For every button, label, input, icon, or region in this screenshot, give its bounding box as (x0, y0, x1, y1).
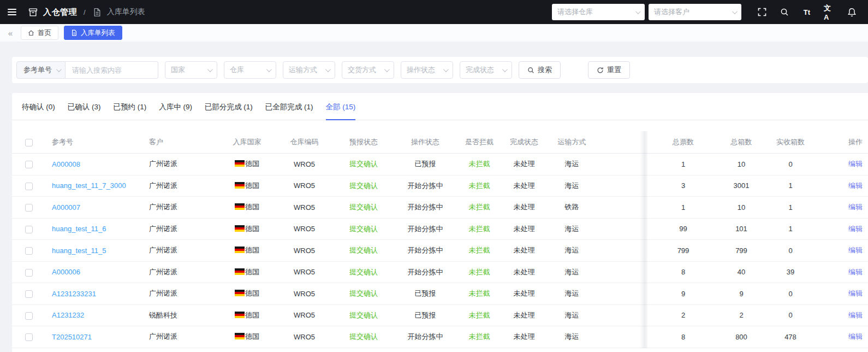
cell-customer: 广州诺派 (142, 181, 218, 191)
cell-operation: 开始分拣中 (394, 245, 456, 255)
cell-check (12, 268, 46, 277)
status-tab-reserved[interactable]: 已预约 (1) (114, 102, 147, 120)
germany-flag-icon (235, 290, 245, 296)
cell-intercept: 未拦截 (456, 202, 502, 212)
row-checkbox[interactable] (25, 247, 33, 255)
status-tab-all[interactable]: 全部 (15) (326, 102, 356, 120)
collapse-tags-icon[interactable]: « (5, 28, 15, 38)
row-checkbox[interactable] (25, 290, 33, 298)
col-header-boxes: 总箱数 (720, 137, 763, 147)
row-checkbox[interactable] (25, 312, 33, 320)
col-header-received: 实收箱数 (763, 137, 818, 147)
order-ref-link[interactable]: A1231233231 (52, 290, 96, 298)
row-checkbox[interactable] (25, 161, 33, 168)
cell-customer: 广州诺派 (142, 332, 218, 342)
col-header-finish: 完成状态 (502, 137, 546, 147)
order-ref-link[interactable]: huang_test_11_7_3000 (52, 181, 126, 190)
cell-transport: 海运 (546, 289, 598, 298)
translate-icon[interactable]: 文A (824, 7, 835, 17)
tag-home[interactable]: 首页 (21, 26, 58, 40)
col-header-ref: 参考号 (46, 137, 142, 147)
filter-select-finish-status[interactable]: 完成状态 (460, 61, 512, 79)
cell-action: 编辑 (818, 332, 868, 342)
cell-customer: 广州诺派 (142, 289, 218, 298)
hamburger-menu-icon[interactable] (8, 9, 16, 15)
edit-link[interactable]: 编辑 (848, 246, 863, 254)
search-button[interactable]: 搜索 (519, 61, 561, 79)
filter-select-operation-status[interactable]: 操作状态 (401, 61, 453, 79)
filter-select-delivery-mode[interactable]: 交货方式 (342, 61, 394, 79)
cell-customer: 广州诺派 (142, 267, 218, 277)
status-tab-fully-finished[interactable]: 已全部完成 (1) (265, 102, 313, 120)
cell-finish: 未处理 (502, 310, 546, 320)
font-size-icon[interactable]: Tt (801, 7, 812, 17)
status-tabs: 待确认 (0)已确认 (3)已预约 (1)入库中 (9)已部分完成 (1)已全部… (12, 93, 868, 120)
edit-link[interactable]: 编辑 (848, 225, 863, 233)
table-row: A000006广州诺派德国WRO5提交确认开始分拣中未拦截未处理海运84039编… (12, 262, 868, 284)
status-text-forecast: 提交确认 (349, 225, 378, 233)
cell-check (12, 311, 46, 320)
cell-intercept: 未拦截 (456, 332, 502, 342)
edit-link[interactable]: 编辑 (848, 181, 863, 190)
search-icon[interactable] (779, 7, 790, 17)
order-ref-link[interactable]: huang_test_11_6 (52, 225, 106, 233)
top-navbar: 入仓管理 / 入库单列表 请选择仓库 请选择客户 Tt 文A (0, 0, 868, 24)
edit-link[interactable]: 编辑 (848, 311, 863, 319)
cell-transport: 海运 (546, 267, 598, 277)
col-header-customer: 客户 (142, 137, 218, 147)
cell-operation: 开始分拣中 (394, 332, 456, 342)
row-checkbox[interactable] (25, 269, 33, 277)
status-tab-confirmed[interactable]: 已确认 (3) (68, 102, 101, 120)
cell-boxes: 800 (720, 333, 763, 341)
row-checkbox[interactable] (25, 333, 33, 341)
order-ref-link[interactable]: A000008 (52, 160, 80, 168)
germany-flag-icon (235, 203, 245, 210)
filter-select-warehouse[interactable]: 仓库 (224, 61, 276, 79)
filter-select-placeholder: 仓库 (230, 65, 244, 75)
status-text-intercept: 未拦截 (469, 311, 490, 319)
status-tab-pending-confirm[interactable]: 待确认 (0) (22, 102, 55, 120)
filter-select-transport-mode[interactable]: 运输方式 (283, 61, 335, 79)
select-all-checkbox[interactable] (25, 139, 33, 146)
country-label: 德国 (245, 289, 259, 297)
status-tab-partially-finished[interactable]: 已部分完成 (1) (205, 102, 253, 120)
keyword-input[interactable] (66, 61, 158, 79)
status-tab-inbound[interactable]: 入库中 (9) (159, 102, 192, 120)
edit-link[interactable]: 编辑 (848, 332, 863, 341)
order-ref-link[interactable]: A1231232 (52, 311, 84, 319)
notification-bell-icon[interactable] (846, 7, 857, 17)
warehouse-select[interactable]: 请选择仓库 (552, 4, 645, 20)
order-ref-link[interactable]: A000007 (52, 203, 80, 212)
row-checkbox[interactable] (25, 226, 33, 233)
cell-action: 编辑 (818, 289, 868, 298)
warehouse-box-icon (28, 8, 38, 17)
reset-button-label: 重置 (607, 65, 621, 75)
cell-operation: 已预报 (394, 310, 456, 320)
row-checkbox[interactable] (25, 183, 33, 190)
cell-forecast: 提交确认 (333, 332, 394, 342)
edit-link[interactable]: 编辑 (848, 289, 863, 297)
order-ref-link[interactable]: A000006 (52, 268, 80, 276)
cell-warehouse: WRO5 (276, 160, 333, 168)
col-header-action: 操作 (818, 137, 868, 147)
order-ref-link[interactable]: huang_test_11_5 (52, 247, 106, 255)
search-type-select[interactable]: 参考单号 (16, 61, 66, 79)
cell-customer: 广州诺派 (142, 202, 218, 212)
col-header-country: 入库国家 (218, 137, 276, 147)
customer-select[interactable]: 请选择客户 (649, 4, 741, 20)
table-row: A000008广州诺派德国WRO5提交确认已预报未拦截未处理海运1100编辑 (12, 154, 868, 175)
tag-inbound-order-list[interactable]: 入库单列表 (64, 26, 122, 40)
status-text-intercept: 未拦截 (469, 246, 490, 254)
edit-link[interactable]: 编辑 (848, 160, 863, 168)
fullscreen-icon[interactable] (757, 7, 768, 17)
cell-received: 478 (763, 333, 818, 341)
reset-button[interactable]: 重置 (588, 61, 630, 79)
filter-select-country[interactable]: 国家 (165, 61, 217, 79)
cell-received: 39 (763, 268, 818, 276)
status-text-forecast: 提交确认 (349, 246, 378, 254)
cell-customer: 广州诺派 (142, 224, 218, 234)
order-ref-link[interactable]: T202510271 (52, 333, 92, 341)
row-checkbox[interactable] (25, 204, 33, 212)
edit-link[interactable]: 编辑 (848, 203, 863, 211)
edit-link[interactable]: 编辑 (848, 268, 863, 276)
